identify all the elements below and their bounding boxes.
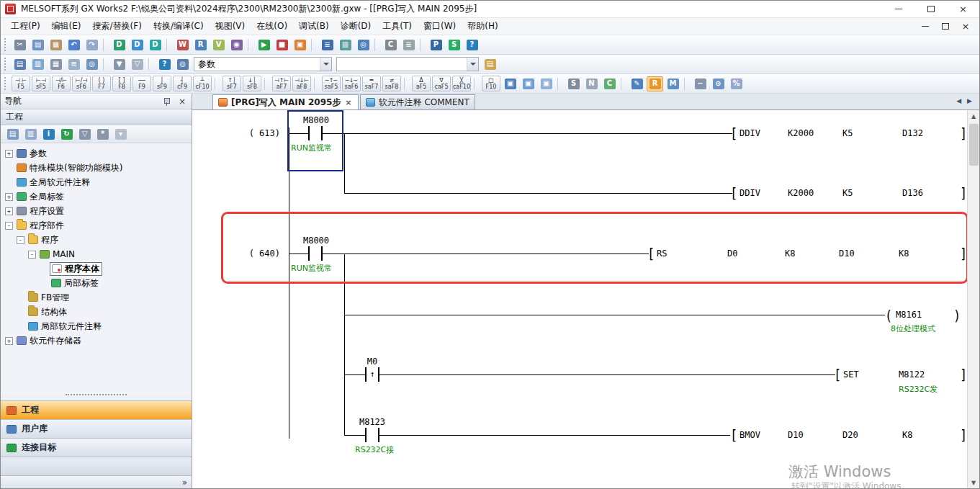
tree-item[interactable]: 全局软元件注释: [1, 175, 192, 189]
toolbar-button[interactable]: ◉: [228, 37, 245, 53]
instruction-arg[interactable]: D10: [788, 430, 804, 440]
ladder-symbol-button[interactable]: │ sF9: [153, 76, 171, 91]
nav-toolbar-button[interactable]: ▥: [22, 127, 39, 142]
tree-item[interactable]: + 全局标签: [1, 189, 192, 204]
ladder-symbol-button[interactable]: ⊢/⊣ sF6: [72, 76, 91, 91]
tree-item[interactable]: 特殊模块(智能功能模块): [1, 161, 192, 175]
toolbar-button[interactable]: ▦: [48, 57, 64, 72]
tree-expander-icon[interactable]: [17, 308, 24, 316]
combobox-dropdown-icon[interactable]: [320, 58, 331, 71]
view-switch-button[interactable]: 工程: [1, 400, 192, 419]
nav-toolbar-button[interactable]: ▤: [4, 127, 21, 142]
close-button[interactable]: ×: [947, 1, 979, 17]
ladder-symbol-button[interactable]: ↓│ sF8: [243, 76, 261, 91]
toolbar-button[interactable]: P: [428, 37, 444, 53]
toolbar-button[interactable]: [103, 39, 108, 51]
vertical-scrollbar[interactable]: ▲ ▼: [967, 110, 979, 488]
toolbar-button[interactable]: ▥: [337, 37, 354, 53]
menu-item[interactable]: 窗口(W): [418, 17, 462, 35]
toolbar-grip[interactable]: [4, 77, 8, 90]
toolbar-button[interactable]: %: [728, 76, 745, 91]
ladder-editor-canvas[interactable]: ( 613) M8000 RUN监视常 [ DDIV K2000 K5 D132…: [192, 110, 967, 488]
toolbar-button[interactable]: [248, 39, 253, 51]
toolbar-button[interactable]: [148, 58, 153, 71]
menu-item[interactable]: 在线(O): [251, 17, 293, 35]
toolbar-grip[interactable]: [4, 58, 8, 71]
tab-scroll-left-icon[interactable]: ◀: [956, 97, 961, 104]
toolbar-button[interactable]: [166, 39, 171, 51]
toolbar-button[interactable]: C: [382, 37, 399, 53]
toolbar-button[interactable]: ▣: [520, 76, 536, 91]
toolbar-button[interactable]: R: [192, 37, 209, 53]
menu-item[interactable]: 搜索/替换(F): [87, 17, 148, 35]
instruction-arg[interactable]: D20: [842, 430, 858, 440]
ladder-symbol-button[interactable]: [404, 78, 409, 90]
menu-item[interactable]: 调试(B): [293, 17, 335, 35]
instruction-op[interactable]: DDIV: [740, 188, 760, 198]
toolbar-button[interactable]: D: [111, 37, 127, 53]
ladder-symbol-button[interactable]: [314, 78, 319, 90]
secondary-combobox[interactable]: [336, 57, 479, 71]
ladder-symbol-button[interactable]: ─↑─ saF5: [322, 76, 341, 91]
toolbar-button[interactable]: ↷: [84, 37, 100, 53]
toolbar-button[interactable]: ■: [274, 37, 290, 53]
ladder-symbol-button[interactable]: □ F10: [482, 76, 500, 91]
toolbar-button[interactable]: [374, 39, 379, 51]
ladder-symbol-button[interactable]: [ ] F8: [112, 76, 131, 91]
instruction-op[interactable]: SET: [843, 369, 859, 380]
ladder-symbol-button[interactable]: ⊣/⊢ F6: [52, 76, 71, 91]
tree-item[interactable]: 局部标签: [1, 276, 192, 290]
tab-main-program[interactable]: [PRG]写入 MAIN 2095步 ×: [212, 94, 359, 109]
ladder-symbol-button[interactable]: ─↓─ saF6: [342, 76, 361, 91]
scroll-down-icon[interactable]: ▼: [968, 477, 980, 488]
tree-expander-icon[interactable]: [40, 279, 48, 287]
toolbar-button[interactable]: S: [446, 37, 462, 53]
minimize-button[interactable]: [882, 1, 914, 17]
toolbar-button[interactable]: ◎: [84, 57, 100, 72]
toolbar-button[interactable]: ▶: [256, 37, 272, 53]
tree-expander-icon[interactable]: [17, 323, 24, 331]
tree-item[interactable]: FB管理: [1, 290, 192, 305]
toolbar-button[interactable]: D: [129, 37, 145, 53]
contact-m0-pulse[interactable]: ↑: [365, 367, 379, 382]
nav-toolbar-button[interactable]: ▽: [76, 127, 93, 142]
tree-item[interactable]: 局部软元件注释: [1, 319, 192, 333]
toolbar-button[interactable]: ◎: [355, 37, 372, 53]
ladder-symbol-button[interactable]: ╳ caF10: [452, 76, 471, 91]
toolbar-grip[interactable]: [4, 38, 8, 51]
toolbar-button[interactable]: [311, 39, 316, 51]
contact-m8123[interactable]: [365, 428, 379, 442]
menu-item[interactable]: 工具(T): [377, 17, 418, 35]
tree-expander-icon[interactable]: +: [5, 193, 13, 201]
toolbar-button[interactable]: ?: [464, 37, 480, 53]
ladder-symbol-button[interactable]: [474, 78, 479, 90]
tree-item[interactable]: - 程序: [1, 233, 192, 247]
toolbar-button[interactable]: ▣: [292, 37, 308, 53]
toolbar-button[interactable]: N: [583, 76, 600, 91]
tree-expander-icon[interactable]: -: [5, 222, 13, 230]
toolbar-button[interactable]: −: [692, 76, 709, 91]
tree-item[interactable]: - 程序部件: [1, 218, 192, 233]
toolbar-button[interactable]: [103, 58, 108, 71]
ladder-symbol-button[interactable]: ┤ cF9: [173, 76, 192, 91]
tree-expander-icon[interactable]: +: [5, 337, 13, 345]
toolbar-button[interactable]: R: [647, 76, 663, 91]
instruction-arg[interactable]: M8122: [899, 369, 925, 380]
combobox-dropdown-icon[interactable]: [467, 58, 478, 71]
toolbar-button[interactable]: V: [210, 37, 227, 53]
instruction-arg[interactable]: K2000: [788, 128, 814, 138]
tree-expander-icon[interactable]: [5, 179, 13, 187]
ladder-symbol-button[interactable]: Δ aF5: [412, 76, 431, 91]
tree-expander-icon[interactable]: +: [5, 207, 13, 215]
ladder-symbol-button[interactable]: ≠ saF8: [382, 76, 401, 91]
toolbar-button[interactable]: ✂: [12, 37, 28, 53]
ladder-symbol-button[interactable]: [215, 78, 220, 90]
toolbar-button[interactable]: S: [565, 76, 582, 91]
ladder-symbol-button[interactable]: ( ) F7: [92, 76, 111, 91]
mdi-restore-button[interactable]: [939, 21, 952, 32]
toolbar-button[interactable]: ▣: [538, 76, 554, 91]
ladder-symbol-button[interactable]: ┴ cF10: [193, 76, 212, 91]
toolbar-button[interactable]: C: [601, 76, 618, 91]
toolbar-button[interactable]: ▽: [129, 57, 145, 72]
ladder-symbol-button[interactable]: ↑│ sF7: [222, 76, 241, 91]
